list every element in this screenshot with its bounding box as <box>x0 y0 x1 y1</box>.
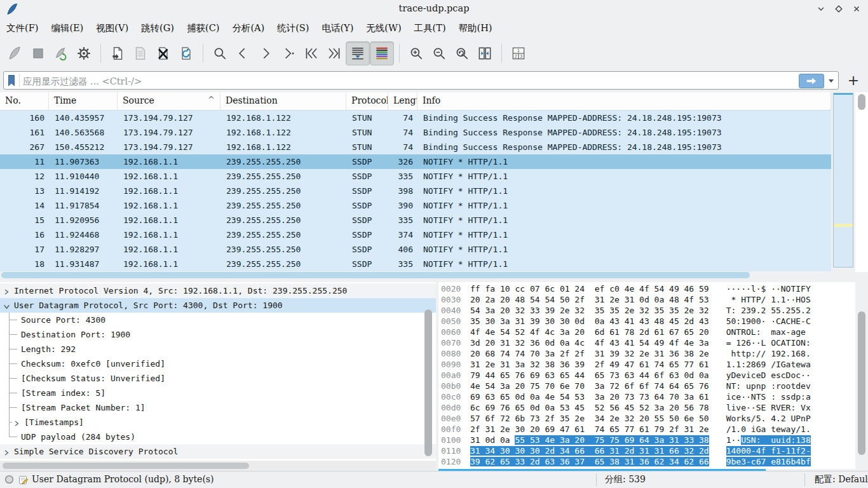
start-capture-button[interactable] <box>4 42 27 65</box>
auto-scroll-button[interactable] <box>346 41 370 65</box>
hex-row-0040[interactable]: 004054 3a 20 32 33 39 2e 32 35 35 2e 32 … <box>438 305 855 316</box>
hex-row-00a0[interactable]: 00a079 44 65 76 69 63 65 44 65 73 63 44 … <box>438 370 855 381</box>
detail-row-4[interactable]: Length: 292 <box>0 342 436 356</box>
packet-list-vscrollbar[interactable] <box>855 92 868 272</box>
capture-options-button[interactable] <box>72 42 95 65</box>
hex-row-0120[interactable]: 012039 62 65 33 2d 63 36 37 65 38 31 36 … <box>438 456 855 467</box>
open-file-button[interactable] <box>106 42 129 65</box>
menu-wireless[interactable]: 无线(W) <box>360 22 407 34</box>
go-back-button[interactable] <box>231 42 254 65</box>
menu-help[interactable]: 帮助(H) <box>452 22 499 34</box>
minimize-button[interactable] <box>816 4 826 14</box>
hex-row-0030[interactable]: 003020 2a 20 48 54 54 50 2f 31 2e 31 0d … <box>438 294 855 305</box>
hex-row-00e0[interactable]: 00e057 6f 72 6b 73 2f 35 2e 34 2e 32 20 … <box>438 413 855 424</box>
display-filter-input[interactable] <box>22 72 799 90</box>
menu-telephony[interactable]: 电话(Y) <box>315 22 360 34</box>
filter-dropdown-caret[interactable] <box>829 79 834 83</box>
packet-row-161[interactable]: 161140.563568173.194.79.127192.168.1.122… <box>0 125 831 140</box>
go-first-button[interactable] <box>300 42 323 65</box>
menu-tools[interactable]: 工具(T) <box>408 22 452 34</box>
hex-row-0020[interactable]: 0020ff fa 10 cc 07 6c 01 24 ef c0 4e 4f … <box>438 283 855 294</box>
packet-list-hscrollbar[interactable] <box>0 271 831 280</box>
zoom-out-button[interactable] <box>428 42 451 65</box>
reload-file-button[interactable] <box>175 42 198 65</box>
packet-row-14[interactable]: 1411.917854192.168.1.1239.255.255.250SSD… <box>0 198 831 213</box>
packet-row-12[interactable]: 1211.910440192.168.1.1239.255.255.250SSD… <box>0 169 831 184</box>
details-vscrollbar-thumb[interactable] <box>424 309 432 456</box>
menu-statistics[interactable]: 统计(S) <box>271 22 315 34</box>
menu-capture[interactable]: 捕获(C) <box>180 22 226 34</box>
stop-capture-button[interactable] <box>27 42 50 65</box>
zoom-in-button[interactable] <box>405 42 428 65</box>
scrollbar-thumb[interactable] <box>3 463 249 469</box>
chevron-right-icon[interactable] <box>3 446 10 461</box>
detail-row-2[interactable]: Source Port: 4300 <box>0 313 436 327</box>
packet-row-16[interactable]: 1611.924468192.168.1.1239.255.255.250SSD… <box>0 227 831 242</box>
bytes-vscrollbar-thumb[interactable] <box>858 311 865 455</box>
hex-row-00c0[interactable]: 00c069 63 65 0d 0a 4e 54 53 3a 20 73 73 … <box>438 391 855 402</box>
packet-row-160[interactable]: 160140.435957173.194.79.127192.168.1.122… <box>0 111 831 125</box>
packet-row-267[interactable]: 267150.455212173.194.79.127192.168.1.122… <box>0 140 831 154</box>
packet-row-13[interactable]: 1311.914192192.168.1.1239.255.255.250SSD… <box>0 184 831 198</box>
detail-row-1[interactable]: User Datagram Protocol, Src Port: 4300, … <box>0 298 436 313</box>
menu-edit[interactable]: 编辑(E) <box>44 22 90 34</box>
close-file-button[interactable] <box>152 42 175 65</box>
scrollbar-thumb[interactable] <box>1 272 750 278</box>
restart-capture-button[interactable] <box>50 42 72 65</box>
column-header-source[interactable]: Source^ <box>118 92 220 111</box>
hex-row-0050[interactable]: 005035 30 3a 31 39 30 30 0d 0a 43 41 43 … <box>438 316 855 327</box>
capture-comment-icon[interactable] <box>18 475 29 487</box>
go-to-packet-button[interactable] <box>277 42 300 65</box>
filter-bookmark-icon[interactable] <box>7 74 16 90</box>
detail-row-6[interactable]: [Checksum Status: Unverified] <box>0 371 436 386</box>
find-packet-button[interactable] <box>208 42 231 65</box>
menu-view[interactable]: 视图(V) <box>90 22 135 34</box>
close-button[interactable] <box>851 4 862 14</box>
scrollbar-thumb[interactable] <box>858 94 865 110</box>
detail-row-8[interactable]: [Stream Packet Number: 1] <box>0 400 436 415</box>
colorize-button[interactable] <box>370 41 394 65</box>
packet-row-15[interactable]: 1511.920956192.168.1.1239.255.255.250SSD… <box>0 213 831 227</box>
details-hscrollbar[interactable] <box>0 461 436 470</box>
expert-info-icon[interactable] <box>4 475 14 486</box>
save-file-button[interactable] <box>129 42 152 65</box>
menu-file[interactable]: 文件(F) <box>0 22 44 34</box>
profile-label[interactable]: 配置: Default <box>815 474 868 485</box>
detail-row-10[interactable]: UDP payload (284 bytes) <box>0 430 436 444</box>
detail-row-5[interactable]: Checksum: 0xefc0 [unverified] <box>0 356 436 371</box>
hex-row-0090[interactable]: 009031 2e 31 3a 32 38 36 39 2f 49 47 61 … <box>438 359 855 370</box>
hex-row-00d0[interactable]: 00d06c 69 76 65 0d 0a 53 45 52 56 45 52 … <box>438 402 855 413</box>
hex-row-0080[interactable]: 008020 68 74 74 70 3a 2f 2f 31 39 32 2e … <box>438 348 855 359</box>
column-header-protocol[interactable]: Protocol <box>346 92 388 111</box>
hex-row-0060[interactable]: 00604f 4e 54 52 4f 4c 3a 20 6d 61 78 2d … <box>438 327 855 337</box>
menu-analyze[interactable]: 分析(A) <box>226 22 271 34</box>
hex-row-0100[interactable]: 010031 0d 0a 55 53 4e 3a 20 75 75 69 64 … <box>438 435 855 445</box>
go-last-button[interactable] <box>323 42 346 65</box>
column-header-destination[interactable]: Destination <box>220 92 346 111</box>
packet-list-minimap[interactable] <box>833 93 853 268</box>
add-filter-button[interactable]: + <box>844 71 863 90</box>
detail-row-9[interactable]: [Timestamps] <box>0 415 436 430</box>
hex-row-0110[interactable]: 011031 34 30 30 30 2d 34 66 66 31 2d 31 … <box>438 445 855 456</box>
packet-row-18[interactable]: 1811.931487192.168.1.1239.255.255.250SSD… <box>0 257 831 271</box>
packet-row-17[interactable]: 1711.928297192.168.1.1239.255.255.250SSD… <box>0 242 831 257</box>
detail-row-3[interactable]: Destination Port: 1900 <box>0 327 436 342</box>
detail-row-0[interactable]: Internet Protocol Version 4, Src: 192.16… <box>0 283 436 298</box>
hex-row-0070[interactable]: 00703d 20 31 32 36 0d 0a 4c 4f 43 41 54 … <box>438 337 855 348</box>
layout-123-button[interactable]: 123 <box>507 42 530 65</box>
column-header-length[interactable]: Length <box>388 92 417 111</box>
detail-row-7[interactable]: [Stream index: 5] <box>0 386 436 400</box>
menu-go[interactable]: 跳转(G) <box>135 22 180 34</box>
column-header-time[interactable]: Time <box>49 92 118 111</box>
hex-row-00f0[interactable]: 00f02f 31 2e 30 20 69 47 61 74 65 77 61 … <box>438 424 855 435</box>
detail-row-11[interactable]: Simple Service Discovery Protocol <box>0 444 436 459</box>
maximize-button[interactable] <box>834 4 844 14</box>
column-header-info[interactable]: Info <box>417 92 831 111</box>
zoom-reset-button[interactable] <box>451 42 473 65</box>
go-forward-button[interactable] <box>254 42 277 65</box>
packet-row-11[interactable]: 1111.907363192.168.1.1239.255.255.250SSD… <box>0 154 831 169</box>
apply-filter-button[interactable] <box>799 74 824 88</box>
resize-columns-button[interactable] <box>473 42 496 65</box>
column-header-no[interactable]: No. <box>0 92 49 111</box>
hex-row-00b0[interactable]: 00b04e 54 3a 20 75 70 6e 70 3a 72 6f 6f … <box>438 381 855 391</box>
